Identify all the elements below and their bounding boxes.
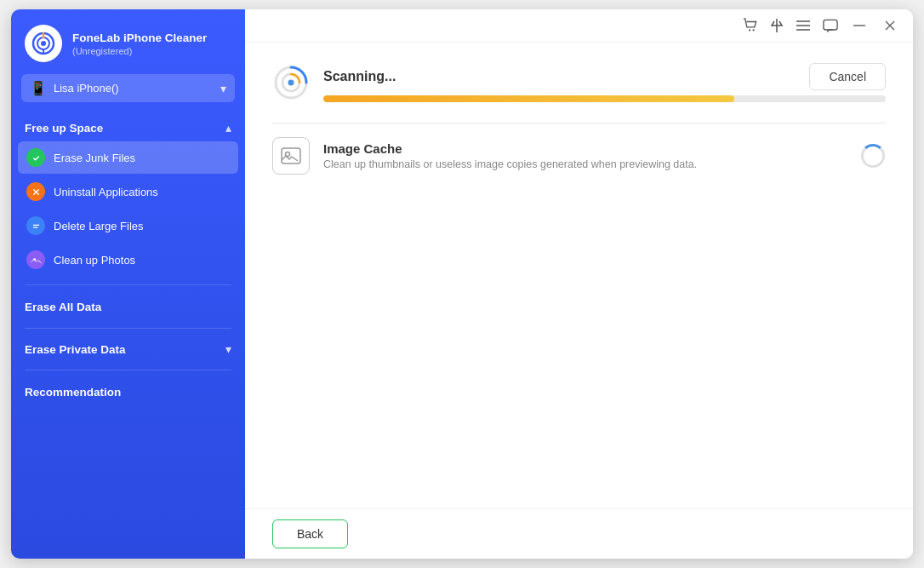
svg-rect-6 xyxy=(32,224,38,225)
device-name-label: Lisa iPhone() xyxy=(54,82,119,95)
app-logo xyxy=(25,25,62,62)
app-name-label: FoneLab iPhone Cleaner xyxy=(72,31,207,46)
menu-icon[interactable] xyxy=(796,20,811,32)
scanning-top-row: Scanning... Cancel xyxy=(323,63,886,90)
image-cache-icon-box xyxy=(272,137,310,175)
erase-private-label: Erase Private Data xyxy=(25,343,126,356)
svg-rect-15 xyxy=(824,20,837,30)
erase-private-chevron: ▾ xyxy=(225,342,231,356)
sidebar-item-erase-all[interactable]: Erase All Data xyxy=(11,289,245,324)
main-layout: FoneLab iPhone Cleaner (Unregistered) 📱 … xyxy=(11,9,913,559)
image-cache-row: Image Cache Clean up thumbnails or usele… xyxy=(272,137,886,175)
device-selector-left: 📱 Lisa iPhone() xyxy=(30,80,119,96)
uninstall-apps-label: Uninstall Applications xyxy=(54,186,158,198)
item-loading-spinner xyxy=(860,143,886,169)
progress-bar-fill xyxy=(323,95,734,102)
erase-all-label: Erase All Data xyxy=(25,301,101,313)
delete-large-icon xyxy=(26,216,45,235)
scanning-section: Scanning... Cancel xyxy=(272,63,886,102)
sidebar-items-list: Erase Junk Files Uninstall Applications xyxy=(11,141,245,276)
sidebar-divider-3 xyxy=(25,370,231,370)
sidebar-item-erase-junk[interactable]: Erase Junk Files xyxy=(18,141,238,174)
sidebar: FoneLab iPhone Cleaner (Unregistered) 📱 … xyxy=(11,9,245,559)
app-window: FoneLab iPhone Cleaner (Unregistered) 📱 … xyxy=(11,9,913,559)
sidebar-header: FoneLab iPhone Cleaner (Unregistered) xyxy=(11,9,245,74)
device-icon: 📱 xyxy=(30,80,47,96)
svg-point-10 xyxy=(749,29,750,31)
chevron-down-icon: ▾ xyxy=(220,82,226,95)
image-cache-title: Image Cache xyxy=(323,141,847,156)
delete-large-label: Delete Large Files xyxy=(54,220,144,232)
sidebar-section-free-up-space: Free up Space ▴ Erase Junk Files xyxy=(11,112,245,281)
sidebar-item-recommendation[interactable]: Recommendation xyxy=(11,374,245,410)
uninstall-apps-icon xyxy=(26,182,45,201)
content-body: Scanning... Cancel xyxy=(245,43,913,508)
free-up-space-header[interactable]: Free up Space ▴ xyxy=(11,112,245,141)
app-subtitle-label: (Unregistered) xyxy=(72,46,207,56)
svg-rect-5 xyxy=(31,221,40,230)
scanning-label: Scanning... xyxy=(323,69,396,84)
cart-icon[interactable] xyxy=(743,18,758,33)
section-divider xyxy=(272,123,886,123)
free-up-space-chevron: ▴ xyxy=(225,121,231,135)
device-selector[interactable]: 📱 Lisa iPhone() ▾ xyxy=(21,74,235,102)
topbar xyxy=(245,9,913,43)
free-up-space-title: Free up Space xyxy=(25,122,103,135)
sidebar-item-erase-private[interactable]: Erase Private Data ▾ xyxy=(11,332,245,366)
image-cache-description: Clean up thumbnails or useless image cop… xyxy=(323,158,847,170)
logo-icon xyxy=(31,32,55,55)
scanning-right: Scanning... Cancel xyxy=(323,63,886,102)
erase-junk-icon xyxy=(26,148,45,167)
cancel-button[interactable]: Cancel xyxy=(809,63,886,90)
minimize-button[interactable] xyxy=(850,16,869,35)
progress-bar-track xyxy=(323,95,886,102)
sidebar-divider-1 xyxy=(25,284,231,285)
close-button[interactable] xyxy=(881,16,899,35)
sidebar-item-delete-large[interactable]: Delete Large Files xyxy=(18,209,238,242)
svg-point-3 xyxy=(31,152,40,162)
bottom-bar: Back xyxy=(245,508,913,559)
svg-point-21 xyxy=(288,80,294,86)
svg-rect-7 xyxy=(32,227,37,227)
svg-point-2 xyxy=(41,41,46,46)
sidebar-item-uninstall-apps[interactable]: Uninstall Applications xyxy=(18,175,238,208)
cleanup-photos-label: Clean up Photos xyxy=(54,254,135,267)
image-cache-info: Image Cache Clean up thumbnails or usele… xyxy=(323,141,847,170)
image-cache-icon xyxy=(280,145,302,167)
pin-icon[interactable] xyxy=(770,18,784,33)
cleanup-photos-icon xyxy=(26,250,45,269)
scanning-spinner xyxy=(272,64,310,101)
recommendation-label: Recommendation xyxy=(25,386,121,399)
app-title: FoneLab iPhone Cleaner (Unregistered) xyxy=(72,31,207,56)
loading-dots xyxy=(861,144,885,168)
content-area: Scanning... Cancel xyxy=(245,9,913,559)
erase-junk-label: Erase Junk Files xyxy=(54,152,135,164)
chat-icon[interactable] xyxy=(823,19,838,33)
back-button[interactable]: Back xyxy=(272,519,348,548)
sidebar-item-cleanup-photos[interactable]: Clean up Photos xyxy=(18,244,238,276)
sidebar-divider-2 xyxy=(25,328,231,329)
svg-point-11 xyxy=(753,29,755,31)
